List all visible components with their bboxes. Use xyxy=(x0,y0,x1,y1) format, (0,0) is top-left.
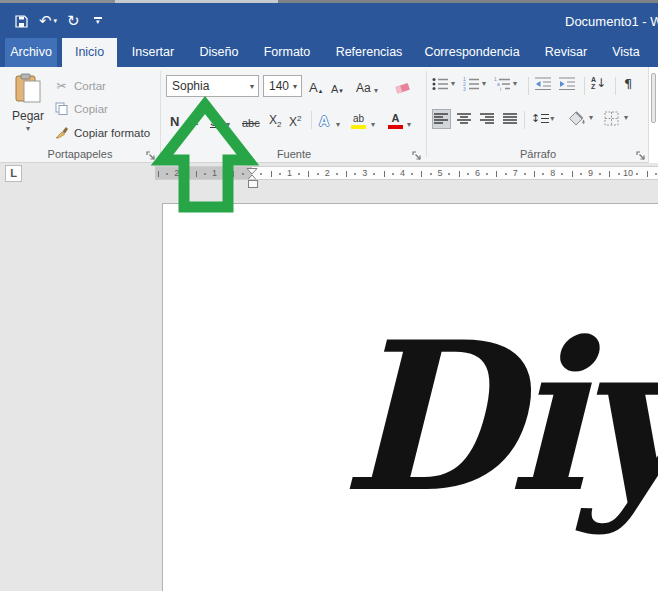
separator xyxy=(584,77,585,95)
tab-stop-selector[interactable]: L xyxy=(5,165,22,182)
font-size-dropdown-icon[interactable]: ▾ xyxy=(289,82,301,91)
borders-button[interactable] xyxy=(604,111,619,126)
paragraph-dialog-launcher-icon[interactable] xyxy=(636,147,646,157)
justify-icon xyxy=(503,113,518,125)
document-area: L 2112345678910 Diycr xyxy=(0,163,658,591)
separator xyxy=(524,111,525,129)
line-spacing-button[interactable]: ↕ ▾ xyxy=(531,112,554,125)
clear-formatting-button[interactable] xyxy=(394,75,411,97)
change-case-button[interactable]: Aa ▾ xyxy=(356,75,378,97)
ribbon: Pegar ▾ ✂ Cortar Copiar xyxy=(0,67,658,163)
shading-button[interactable] xyxy=(568,111,587,126)
superscript-button[interactable]: X2 xyxy=(289,109,301,131)
font-dialog-launcher-icon[interactable] xyxy=(412,147,422,157)
tab-archivo[interactable]: Archivo xyxy=(5,38,57,67)
increase-indent-button[interactable] xyxy=(558,77,576,90)
font-size-value: 140 xyxy=(264,79,289,93)
shading-bucket-icon xyxy=(568,111,587,126)
document-text[interactable]: Diycr xyxy=(340,315,658,520)
numbering-button[interactable]: 1 2 3 xyxy=(463,77,480,91)
tab-correspondencia[interactable]: Correspondencia xyxy=(420,38,524,67)
customize-quick-access-button[interactable]: ▾ xyxy=(94,17,102,25)
highlight-color-bar xyxy=(351,125,366,129)
clipboard-dialog-launcher-icon[interactable] xyxy=(146,147,156,157)
clipboard-icon xyxy=(15,73,41,103)
font-size-combo[interactable]: 140 ▾ xyxy=(263,75,302,97)
font-color-bar xyxy=(388,125,403,129)
paragraph-group: ▾ 1 2 3 ▾ 1 a i ▾ xyxy=(428,67,648,163)
grow-font-button[interactable]: A▴ xyxy=(309,75,322,97)
svg-text:i: i xyxy=(500,86,501,91)
shrink-caret-icon: ▾ xyxy=(339,87,343,95)
paste-button[interactable]: Pegar ▾ xyxy=(6,73,50,155)
numbering-dropdown-icon[interactable]: ▾ xyxy=(482,79,486,88)
ribbon-scrollbar[interactable] xyxy=(648,67,658,163)
quick-access-toolbar: ↶ ▾ ↻ ▾ xyxy=(14,11,102,31)
pilcrow-icon: ¶ xyxy=(624,76,632,91)
paste-dropdown-icon[interactable]: ▾ xyxy=(6,124,50,133)
line-spacing-dropdown-icon: ▾ xyxy=(550,114,554,123)
text-effects-button[interactable]: A xyxy=(319,109,329,131)
bullets-icon xyxy=(432,77,449,91)
text-effects-dropdown-icon[interactable]: ▾ xyxy=(336,109,340,131)
decrease-indent-button[interactable] xyxy=(534,77,552,90)
copy-button[interactable]: Copiar xyxy=(54,100,108,118)
align-left-button[interactable] xyxy=(432,109,451,129)
align-center-button[interactable] xyxy=(455,109,474,129)
tab-referencias[interactable]: Referencias xyxy=(326,38,412,67)
font-name-dropdown-icon[interactable]: ▾ xyxy=(246,82,258,91)
highlight-button[interactable]: ab xyxy=(351,109,366,131)
multilevel-dropdown-icon[interactable]: ▾ xyxy=(513,79,517,88)
format-painter-button[interactable]: Copiar formato xyxy=(54,124,150,142)
decrease-indent-icon xyxy=(534,77,552,90)
font-color-dropdown-icon[interactable]: ▾ xyxy=(407,109,411,131)
word-window: ↶ ▾ ↻ ▾ Documento1 - W Archivo Inicio In… xyxy=(0,0,658,591)
change-case-dropdown-icon: ▾ xyxy=(374,86,378,95)
format-painter-icon xyxy=(54,125,69,141)
align-right-button[interactable] xyxy=(478,109,497,129)
shading-dropdown-icon[interactable]: ▾ xyxy=(589,113,593,122)
separator xyxy=(528,77,529,95)
align-center-icon xyxy=(457,113,472,125)
cut-label: Cortar xyxy=(74,80,106,92)
paragraph-group-label: Párrafo xyxy=(428,148,648,160)
borders-dropdown-icon[interactable]: ▾ xyxy=(624,113,628,122)
clipboard-group-label: Portapapeles xyxy=(0,148,160,160)
svg-text:3: 3 xyxy=(463,86,466,91)
undo-button[interactable]: ↶ ▾ xyxy=(39,12,57,30)
multilevel-list-icon: 1 a i xyxy=(494,77,511,91)
sort-arrow-icon: ↓ xyxy=(596,76,606,90)
increase-indent-icon xyxy=(558,77,576,90)
font-name-combo[interactable]: Sophia ▾ xyxy=(166,75,259,97)
tab-diseno[interactable]: Diseño xyxy=(190,38,248,67)
justify-button[interactable] xyxy=(501,109,520,129)
save-button[interactable] xyxy=(14,14,29,29)
scrollbar-thumb[interactable] xyxy=(651,73,656,123)
highlight-dropdown-icon[interactable]: ▾ xyxy=(371,109,375,131)
bullets-button[interactable] xyxy=(432,77,449,91)
shrink-font-button[interactable]: A▾ xyxy=(331,75,343,97)
eraser-icon xyxy=(394,80,411,95)
tab-insertar[interactable]: Insertar xyxy=(122,38,184,67)
tab-vista[interactable]: Vista xyxy=(602,38,650,67)
title-bar: ↶ ▾ ↻ ▾ Documento1 - W xyxy=(0,3,658,38)
cut-button[interactable]: ✂ Cortar xyxy=(54,77,106,95)
subscript-button[interactable]: X2 xyxy=(269,109,281,131)
customize-chevron-icon: ▾ xyxy=(96,20,100,25)
tab-revisar[interactable]: Revisar xyxy=(536,38,596,67)
copy-label: Copiar xyxy=(74,103,108,115)
group-separator xyxy=(426,71,427,157)
font-color-button[interactable]: A xyxy=(388,109,403,131)
show-marks-button[interactable]: ¶ xyxy=(624,76,632,91)
separator xyxy=(615,77,616,95)
scissors-icon: ✂ xyxy=(54,79,69,93)
undo-dropdown-icon[interactable]: ▾ xyxy=(54,17,58,25)
redo-button[interactable]: ↻ xyxy=(67,12,80,30)
sort-button[interactable]: A Z ↓ xyxy=(591,76,606,90)
tab-formato[interactable]: Formato xyxy=(256,38,318,67)
clipboard-group: Pegar ▾ ✂ Cortar Copiar xyxy=(0,67,160,163)
tab-inicio[interactable]: Inicio xyxy=(62,38,117,67)
bullets-dropdown-icon[interactable]: ▾ xyxy=(451,79,455,88)
align-left-icon xyxy=(434,113,449,125)
multilevel-list-button[interactable]: 1 a i xyxy=(494,77,511,91)
